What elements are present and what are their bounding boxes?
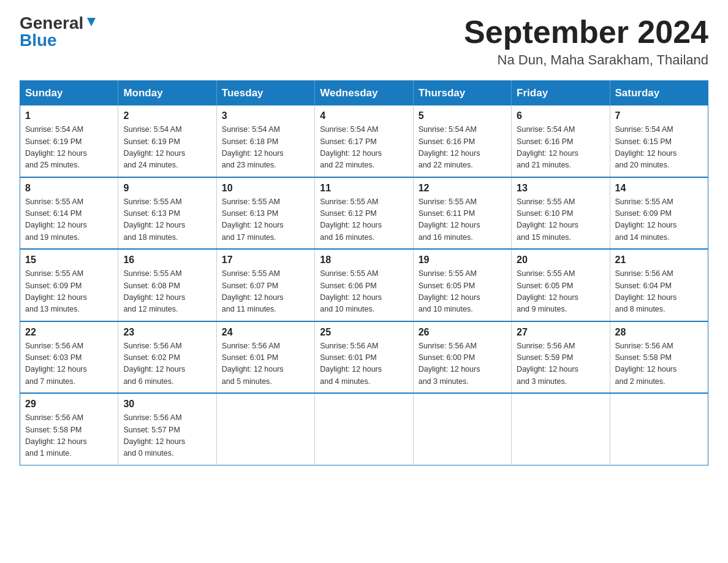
- calendar-cell: 24 Sunrise: 5:56 AM Sunset: 6:01 PM Dayl…: [216, 321, 314, 394]
- day-number: 1: [25, 110, 113, 121]
- day-number: 2: [123, 110, 211, 121]
- calendar-cell: 20 Sunrise: 5:55 AM Sunset: 6:05 PM Dayl…: [512, 249, 610, 321]
- day-info: Sunrise: 5:56 AM Sunset: 5:57 PM Dayligh…: [123, 412, 211, 460]
- day-info: Sunrise: 5:55 AM Sunset: 6:13 PM Dayligh…: [222, 196, 309, 244]
- day-number: 8: [25, 183, 113, 194]
- header-friday: Friday: [512, 81, 610, 106]
- calendar-cell: [610, 393, 708, 465]
- calendar-cell: 29 Sunrise: 5:56 AM Sunset: 5:58 PM Dayl…: [20, 393, 118, 465]
- calendar-cell: [512, 393, 610, 465]
- calendar-cell: 11 Sunrise: 5:55 AM Sunset: 6:12 PM Dayl…: [315, 177, 413, 250]
- calendar-cell: 5 Sunrise: 5:54 AM Sunset: 6:16 PM Dayli…: [413, 105, 511, 177]
- title-area: September 2024 Na Dun, Maha Sarakham, Th…: [464, 15, 708, 68]
- calendar-cell: [216, 393, 314, 465]
- day-number: 19: [419, 255, 506, 266]
- calendar-cell: 9 Sunrise: 5:55 AM Sunset: 6:13 PM Dayli…: [118, 177, 216, 250]
- day-info: Sunrise: 5:55 AM Sunset: 6:14 PM Dayligh…: [25, 196, 113, 244]
- calendar-cell: 22 Sunrise: 5:56 AM Sunset: 6:03 PM Dayl…: [20, 321, 118, 394]
- header-sunday: Sunday: [20, 81, 118, 106]
- day-info: Sunrise: 5:55 AM Sunset: 6:09 PM Dayligh…: [615, 196, 703, 244]
- day-info: Sunrise: 5:54 AM Sunset: 6:16 PM Dayligh…: [419, 124, 506, 172]
- location-subtitle: Na Dun, Maha Sarakham, Thailand: [464, 52, 708, 68]
- day-number: 28: [615, 327, 703, 338]
- header-thursday: Thursday: [413, 81, 511, 106]
- calendar-cell: 3 Sunrise: 5:54 AM Sunset: 6:18 PM Dayli…: [216, 105, 314, 177]
- day-info: Sunrise: 5:55 AM Sunset: 6:06 PM Dayligh…: [320, 268, 408, 316]
- calendar-cell: 21 Sunrise: 5:56 AM Sunset: 6:04 PM Dayl…: [610, 249, 708, 321]
- calendar-cell: 12 Sunrise: 5:55 AM Sunset: 6:11 PM Dayl…: [413, 177, 511, 250]
- calendar-cell: [315, 393, 413, 465]
- day-number: 7: [615, 110, 703, 121]
- day-info: Sunrise: 5:56 AM Sunset: 6:02 PM Dayligh…: [123, 340, 211, 388]
- day-info: Sunrise: 5:55 AM Sunset: 6:12 PM Dayligh…: [320, 196, 408, 244]
- month-year-title: September 2024: [464, 15, 708, 50]
- header-monday: Monday: [118, 81, 216, 106]
- day-info: Sunrise: 5:54 AM Sunset: 6:19 PM Dayligh…: [123, 124, 211, 172]
- day-info: Sunrise: 5:56 AM Sunset: 6:00 PM Dayligh…: [419, 340, 506, 388]
- calendar-cell: 30 Sunrise: 5:56 AM Sunset: 5:57 PM Dayl…: [118, 393, 216, 465]
- header-wednesday: Wednesday: [315, 81, 413, 106]
- logo-triangle-icon: [85, 15, 98, 29]
- calendar-cell: 18 Sunrise: 5:55 AM Sunset: 6:06 PM Dayl…: [315, 249, 413, 321]
- day-info: Sunrise: 5:56 AM Sunset: 5:58 PM Dayligh…: [25, 412, 113, 460]
- day-info: Sunrise: 5:54 AM Sunset: 6:15 PM Dayligh…: [615, 124, 703, 172]
- day-number: 6: [517, 110, 604, 121]
- calendar-cell: 6 Sunrise: 5:54 AM Sunset: 6:16 PM Dayli…: [512, 105, 610, 177]
- day-number: 25: [320, 327, 408, 338]
- day-info: Sunrise: 5:56 AM Sunset: 5:58 PM Dayligh…: [615, 340, 703, 388]
- calendar-cell: 27 Sunrise: 5:56 AM Sunset: 5:59 PM Dayl…: [512, 321, 610, 394]
- day-number: 12: [419, 183, 506, 194]
- calendar-week-row-2: 8 Sunrise: 5:55 AM Sunset: 6:14 PM Dayli…: [20, 177, 708, 250]
- calendar-cell: 15 Sunrise: 5:55 AM Sunset: 6:09 PM Dayl…: [20, 249, 118, 321]
- day-number: 20: [517, 255, 604, 266]
- calendar-cell: 25 Sunrise: 5:56 AM Sunset: 6:01 PM Dayl…: [315, 321, 413, 394]
- day-number: 29: [25, 399, 113, 410]
- day-number: 13: [517, 183, 604, 194]
- day-number: 17: [222, 255, 309, 266]
- day-info: Sunrise: 5:55 AM Sunset: 6:05 PM Dayligh…: [517, 268, 604, 316]
- day-number: 14: [615, 183, 703, 194]
- day-number: 4: [320, 110, 408, 121]
- day-number: 30: [123, 399, 211, 410]
- day-info: Sunrise: 5:55 AM Sunset: 6:11 PM Dayligh…: [419, 196, 506, 244]
- day-number: 16: [123, 255, 211, 266]
- calendar-cell: 19 Sunrise: 5:55 AM Sunset: 6:05 PM Dayl…: [413, 249, 511, 321]
- calendar-week-row-5: 29 Sunrise: 5:56 AM Sunset: 5:58 PM Dayl…: [20, 393, 708, 465]
- calendar-week-row-4: 22 Sunrise: 5:56 AM Sunset: 6:03 PM Dayl…: [20, 321, 708, 394]
- page-header: General Blue September 2024 Na Dun, Maha…: [20, 15, 708, 68]
- calendar-cell: 4 Sunrise: 5:54 AM Sunset: 6:17 PM Dayli…: [315, 105, 413, 177]
- logo-general-text: General: [20, 15, 83, 32]
- day-info: Sunrise: 5:54 AM Sunset: 6:17 PM Dayligh…: [320, 124, 408, 172]
- day-info: Sunrise: 5:56 AM Sunset: 6:04 PM Dayligh…: [615, 268, 703, 316]
- calendar-cell: 10 Sunrise: 5:55 AM Sunset: 6:13 PM Dayl…: [216, 177, 314, 250]
- day-number: 18: [320, 255, 408, 266]
- day-number: 9: [123, 183, 211, 194]
- day-info: Sunrise: 5:55 AM Sunset: 6:08 PM Dayligh…: [123, 268, 211, 316]
- day-info: Sunrise: 5:55 AM Sunset: 6:09 PM Dayligh…: [25, 268, 113, 316]
- day-info: Sunrise: 5:55 AM Sunset: 6:05 PM Dayligh…: [419, 268, 506, 316]
- day-number: 3: [222, 110, 309, 121]
- day-info: Sunrise: 5:55 AM Sunset: 6:13 PM Dayligh…: [123, 196, 211, 244]
- day-info: Sunrise: 5:54 AM Sunset: 6:16 PM Dayligh…: [517, 124, 604, 172]
- calendar-cell: 8 Sunrise: 5:55 AM Sunset: 6:14 PM Dayli…: [20, 177, 118, 250]
- calendar-week-row-3: 15 Sunrise: 5:55 AM Sunset: 6:09 PM Dayl…: [20, 249, 708, 321]
- day-number: 5: [419, 110, 506, 121]
- day-number: 11: [320, 183, 408, 194]
- day-number: 24: [222, 327, 309, 338]
- calendar-cell: 17 Sunrise: 5:55 AM Sunset: 6:07 PM Dayl…: [216, 249, 314, 321]
- header-saturday: Saturday: [610, 81, 708, 106]
- day-number: 10: [222, 183, 309, 194]
- header-tuesday: Tuesday: [216, 81, 314, 106]
- day-info: Sunrise: 5:56 AM Sunset: 5:59 PM Dayligh…: [517, 340, 604, 388]
- calendar-cell: 2 Sunrise: 5:54 AM Sunset: 6:19 PM Dayli…: [118, 105, 216, 177]
- logo: General Blue: [20, 15, 98, 49]
- day-info: Sunrise: 5:56 AM Sunset: 6:01 PM Dayligh…: [320, 340, 408, 388]
- day-number: 27: [517, 327, 604, 338]
- svg-marker-0: [87, 18, 96, 26]
- day-number: 22: [25, 327, 113, 338]
- calendar-cell: 1 Sunrise: 5:54 AM Sunset: 6:19 PM Dayli…: [20, 105, 118, 177]
- calendar-cell: 23 Sunrise: 5:56 AM Sunset: 6:02 PM Dayl…: [118, 321, 216, 394]
- calendar-cell: 7 Sunrise: 5:54 AM Sunset: 6:15 PM Dayli…: [610, 105, 708, 177]
- weekday-header-row: Sunday Monday Tuesday Wednesday Thursday…: [20, 81, 708, 106]
- calendar-cell: 16 Sunrise: 5:55 AM Sunset: 6:08 PM Dayl…: [118, 249, 216, 321]
